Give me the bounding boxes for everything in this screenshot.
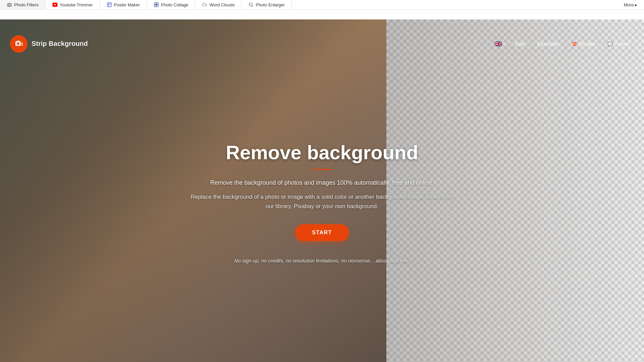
nav-item-photo-filters[interactable]: Photo Filters [0, 0, 46, 9]
brand-name: Strip Background [32, 40, 88, 48]
camera-icon [7, 2, 12, 7]
svg-rect-3 [156, 3, 158, 4]
youtube-icon [52, 2, 58, 7]
nav-label-poster-maker: Poster Maker [114, 2, 140, 7]
chevron-down-icon: ▾ [503, 42, 505, 46]
nav-item-photo-enlarger[interactable]: Photo Enlarger [241, 0, 292, 9]
hero-divider [312, 169, 332, 170]
logo-icon[interactable] [10, 35, 28, 53]
start-link[interactable]: Start [510, 39, 530, 49]
cloud-icon [202, 2, 207, 7]
poster-icon [107, 2, 112, 7]
svg-rect-4 [154, 5, 156, 7]
nav-item-poster-maker[interactable]: Poster Maker [100, 0, 147, 9]
header-nav: 🇬🇧 ▾ Start Examples Donate Forum [492, 39, 634, 49]
nav-item-photo-collage[interactable]: Photo Collage [147, 0, 196, 9]
svg-point-6 [249, 3, 252, 6]
logo-area: Strip Background [10, 35, 88, 53]
flag-icon: 🇬🇧 [494, 40, 502, 48]
nav-label-photo-collage: Photo Collage [161, 2, 189, 7]
forum-link[interactable]: Forum [603, 39, 634, 49]
svg-rect-2 [154, 3, 156, 4]
nav-item-youtube-trimmer[interactable]: Youtube Trimmer [46, 0, 100, 9]
nav-label-word-clouds: Word Clouds [209, 2, 234, 7]
logo-svg [14, 39, 23, 49]
start-button[interactable]: START [295, 224, 349, 241]
donate-label: Donate [579, 41, 595, 47]
start-label: Start [515, 41, 526, 47]
language-selector[interactable]: 🇬🇧 ▾ [492, 39, 507, 49]
donate-icon [572, 41, 577, 47]
svg-rect-1 [107, 3, 111, 7]
hero-footer: No sign up, no credits, no resolution li… [234, 258, 410, 263]
hero-title: Remove background [226, 141, 418, 164]
donate-button[interactable]: Donate [567, 39, 600, 49]
hero-section: Strip Background 🇬🇧 ▾ Start Examples Don… [0, 19, 644, 362]
svg-point-0 [8, 4, 10, 6]
search-icon [248, 2, 254, 7]
nav-more-button[interactable]: More ▸ [617, 0, 644, 9]
examples-link[interactable]: Examples [533, 39, 564, 49]
top-nav: Photo Filters Youtube Trimmer Poster Mak… [0, 0, 644, 10]
nav-label-photo-filters: Photo Filters [14, 2, 39, 7]
forum-label: Forum [615, 41, 629, 47]
svg-rect-9 [17, 41, 19, 42]
svg-rect-5 [156, 5, 158, 7]
main-header: Strip Background 🇬🇧 ▾ Start Examples Don… [0, 29, 644, 58]
hero-content: Remove background Remove the background … [0, 19, 644, 362]
hero-description: Replace the background of a photo or ima… [188, 192, 456, 210]
svg-point-10 [17, 42, 19, 45]
nav-item-word-clouds[interactable]: Word Clouds [195, 0, 241, 9]
examples-label: Examples [537, 41, 559, 47]
nav-label-youtube-trimmer: Youtube Trimmer [60, 2, 93, 7]
nav-label-photo-enlarger: Photo Enlarger [256, 2, 285, 7]
nav-more-label: More ▸ [624, 2, 637, 7]
hero-subtitle: Remove the background of photos and imag… [210, 179, 434, 186]
svg-line-7 [252, 6, 253, 7]
collage-icon [154, 2, 159, 7]
speech-icon [607, 41, 613, 47]
